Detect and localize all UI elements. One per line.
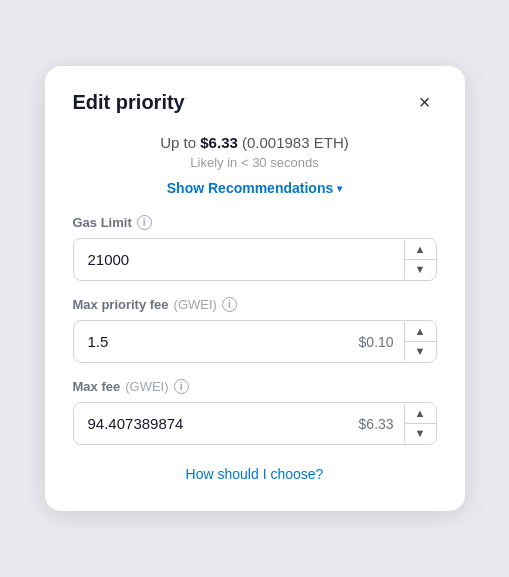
max-fee-input[interactable] [74, 403, 349, 444]
close-button[interactable]: × [413, 90, 437, 114]
gas-limit-info-icon[interactable]: i [137, 215, 152, 230]
gas-limit-text: Gas Limit [73, 215, 132, 230]
modal-title: Edit priority [73, 91, 185, 114]
max-fee-usd: $6.33 [349, 416, 404, 432]
show-rec-label: Show Recommendations [167, 180, 333, 196]
modal-container: Edit priority × Up to $6.33 (0.001983 ET… [45, 66, 465, 511]
max-priority-fee-field: Max priority fee (GWEI) i $0.10 ▲ ▼ [73, 297, 437, 363]
max-priority-fee-input[interactable] [74, 321, 349, 362]
max-fee-step-up[interactable]: ▲ [405, 404, 436, 424]
max-priority-fee-step-down[interactable]: ▼ [405, 342, 436, 361]
max-priority-fee-input-row: $0.10 ▲ ▼ [73, 320, 437, 363]
max-fee-input-row: $6.33 ▲ ▼ [73, 402, 437, 445]
gas-limit-label: Gas Limit i [73, 215, 437, 230]
show-recommendations-button[interactable]: Show Recommendations ▾ [167, 180, 342, 196]
fee-eth: (0.001983 ETH) [242, 134, 349, 151]
fee-section: Up to $6.33 (0.001983 ETH) Likely in < 3… [73, 134, 437, 197]
gas-limit-input[interactable] [74, 239, 404, 280]
max-fee-text: Max fee [73, 379, 121, 394]
max-priority-fee-info-icon[interactable]: i [222, 297, 237, 312]
max-fee-label: Max fee (GWEI) i [73, 379, 437, 394]
gas-limit-stepper: ▲ ▼ [404, 240, 436, 279]
gas-limit-input-row: ▲ ▼ [73, 238, 437, 281]
fee-amount: Up to $6.33 (0.001983 ETH) [73, 134, 437, 151]
gas-limit-field: Gas Limit i ▲ ▼ [73, 215, 437, 281]
chevron-down-icon: ▾ [337, 183, 342, 194]
max-priority-fee-label: Max priority fee (GWEI) i [73, 297, 437, 312]
max-priority-fee-step-up[interactable]: ▲ [405, 322, 436, 342]
likely-text: Likely in < 30 seconds [73, 155, 437, 170]
max-fee-step-down[interactable]: ▼ [405, 424, 436, 443]
how-should-i-choose-link[interactable]: How should I choose? [186, 466, 324, 482]
gas-limit-step-down[interactable]: ▼ [405, 260, 436, 279]
fee-usd: $6.33 [200, 134, 238, 151]
how-link-section: How should I choose? [73, 465, 437, 483]
max-fee-info-icon[interactable]: i [174, 379, 189, 394]
modal-header: Edit priority × [73, 90, 437, 114]
max-fee-unit: (GWEI) [125, 379, 168, 394]
gas-limit-step-up[interactable]: ▲ [405, 240, 436, 260]
fee-prefix: Up to [160, 134, 200, 151]
max-priority-fee-stepper: ▲ ▼ [404, 322, 436, 361]
max-fee-stepper: ▲ ▼ [404, 404, 436, 443]
max-priority-fee-unit: (GWEI) [174, 297, 217, 312]
modal-wrapper: Edit priority × Up to $6.33 (0.001983 ET… [0, 0, 509, 577]
max-fee-field: Max fee (GWEI) i $6.33 ▲ ▼ [73, 379, 437, 445]
max-priority-fee-text: Max priority fee [73, 297, 169, 312]
max-priority-fee-usd: $0.10 [349, 334, 404, 350]
